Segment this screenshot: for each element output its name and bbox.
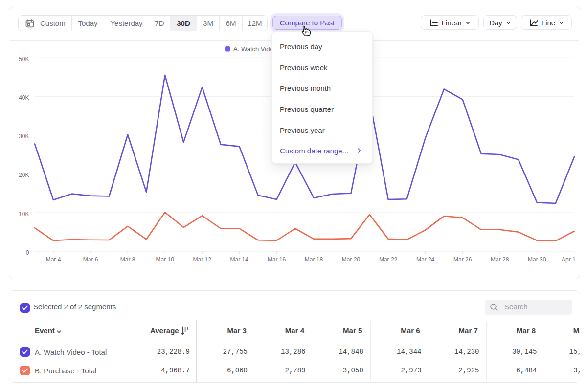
svg-text:50K: 50K [19, 56, 29, 63]
svg-text:40K: 40K [19, 94, 29, 101]
svg-text:Mar 30: Mar 30 [528, 256, 546, 263]
svg-text:20K: 20K [19, 172, 29, 178]
svg-text:0: 0 [26, 249, 29, 256]
svg-text:Apr 1: Apr 1 [562, 256, 576, 263]
svg-text:Mar 14: Mar 14 [230, 256, 249, 263]
svg-text:Mar 20: Mar 20 [342, 256, 361, 263]
svg-text:Mar 24: Mar 24 [416, 256, 435, 263]
svg-text:Mar 16: Mar 16 [268, 256, 286, 263]
svg-text:30K: 30K [19, 133, 29, 140]
svg-text:Mar 28: Mar 28 [491, 256, 509, 263]
svg-text:Mar 8: Mar 8 [120, 256, 135, 263]
svg-text:Mar 18: Mar 18 [305, 256, 323, 263]
svg-text:Mar 10: Mar 10 [156, 256, 175, 263]
svg-text:Mar 26: Mar 26 [453, 256, 472, 263]
svg-text:Mar 4: Mar 4 [46, 256, 61, 263]
svg-text:Mar 6: Mar 6 [83, 256, 98, 263]
svg-text:10K: 10K [19, 211, 29, 218]
svg-text:Mar 22: Mar 22 [379, 256, 398, 263]
svg-text:Mar 12: Mar 12 [193, 256, 212, 263]
